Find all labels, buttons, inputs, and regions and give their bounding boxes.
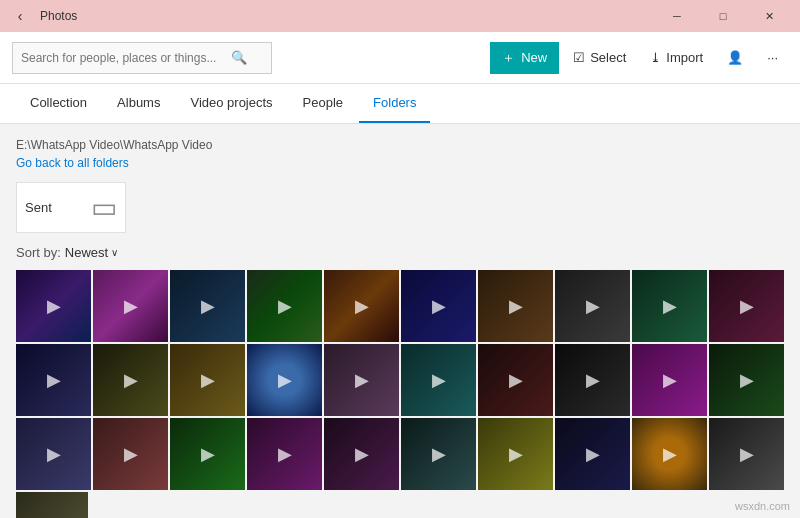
photo-thumb[interactable]: ▶ — [16, 418, 91, 490]
photo-thumb[interactable]: ▶ — [478, 418, 553, 490]
back-button[interactable]: ‹ — [8, 4, 32, 28]
new-button[interactable]: ＋ New — [490, 42, 559, 74]
photo-thumb[interactable]: ▶ — [93, 270, 168, 342]
play-icon: ▶ — [124, 369, 138, 391]
toolbar-actions: ＋ New ☑ Select ⤓ Import 👤 ··· — [490, 42, 788, 74]
photo-thumb[interactable]: ▶ — [401, 344, 476, 416]
new-icon: ＋ — [502, 49, 515, 67]
play-icon: ▶ — [432, 295, 446, 317]
content-area: E:\WhatsApp Video\WhatsApp Video Go back… — [0, 124, 800, 518]
import-icon: ⤓ — [650, 50, 661, 65]
play-icon: ▶ — [201, 295, 215, 317]
photo-thumb[interactable]: ▶ — [170, 418, 245, 490]
photo-thumb[interactable]: ▶ — [247, 344, 322, 416]
photo-thumb[interactable]: ▶ — [170, 344, 245, 416]
search-box[interactable]: 🔍 — [12, 42, 272, 74]
photo-thumb[interactable]: ▶ — [16, 492, 88, 518]
close-button[interactable]: ✕ — [746, 0, 792, 32]
tab-people-label: People — [303, 95, 343, 110]
photo-thumb[interactable]: ▶ — [324, 418, 399, 490]
play-icon: ▶ — [201, 369, 215, 391]
photo-thumb[interactable]: ▶ — [16, 344, 91, 416]
tab-folders[interactable]: Folders — [359, 83, 430, 123]
play-icon: ▶ — [586, 369, 600, 391]
photo-row: ▶ ▶ ▶ ▶ ▶ ▶ ▶ ▶ ▶ ▶ — [16, 270, 784, 342]
user-button[interactable]: 👤 — [717, 42, 753, 74]
play-icon: ▶ — [740, 295, 754, 317]
select-button[interactable]: ☑ Select — [563, 42, 636, 74]
tab-collection-label: Collection — [30, 95, 87, 110]
play-icon: ▶ — [355, 295, 369, 317]
photo-thumb[interactable]: ▶ — [555, 344, 630, 416]
photo-thumb[interactable]: ▶ — [555, 418, 630, 490]
play-icon: ▶ — [509, 369, 523, 391]
photo-thumb[interactable]: ▶ — [324, 344, 399, 416]
play-icon: ▶ — [663, 295, 677, 317]
folder-name: Sent — [25, 200, 52, 215]
app-title: Photos — [40, 9, 654, 23]
photo-thumb[interactable]: ▶ — [632, 344, 707, 416]
tab-video-projects-label: Video projects — [190, 95, 272, 110]
play-icon: ▶ — [124, 443, 138, 465]
new-label: New — [521, 50, 547, 65]
sort-value-button[interactable]: Newest ∨ — [65, 245, 118, 260]
photo-thumb[interactable]: ▶ — [632, 418, 707, 490]
photo-thumb[interactable]: ▶ — [324, 270, 399, 342]
tab-collection[interactable]: Collection — [16, 83, 101, 123]
sort-value-text: Newest — [65, 245, 108, 260]
photo-thumb[interactable]: ▶ — [555, 270, 630, 342]
photo-thumb[interactable]: ▶ — [170, 270, 245, 342]
photo-thumb[interactable]: ▶ — [93, 418, 168, 490]
maximize-button[interactable]: □ — [700, 0, 746, 32]
tab-video-projects[interactable]: Video projects — [176, 83, 286, 123]
photo-thumb[interactable]: ▶ — [401, 418, 476, 490]
import-button[interactable]: ⤓ Import — [640, 42, 713, 74]
tab-people[interactable]: People — [289, 83, 357, 123]
play-icon: ▶ — [663, 443, 677, 465]
play-icon: ▶ — [124, 295, 138, 317]
photo-thumb[interactable]: ▶ — [478, 270, 553, 342]
play-icon: ▶ — [663, 369, 677, 391]
play-icon: ▶ — [278, 295, 292, 317]
play-icon: ▶ — [586, 443, 600, 465]
photo-thumb[interactable]: ▶ — [632, 270, 707, 342]
watermark: wsxdn.com — [735, 500, 790, 512]
photo-thumb[interactable]: ▶ — [709, 418, 784, 490]
photo-thumb[interactable]: ▶ — [247, 418, 322, 490]
play-icon: ▶ — [47, 369, 61, 391]
play-icon: ▶ — [355, 369, 369, 391]
more-button[interactable]: ··· — [757, 42, 788, 74]
photo-row: ▶ ▶ ▶ ▶ ▶ ▶ ▶ ▶ ▶ ▶ — [16, 418, 784, 490]
title-bar: ‹ Photos ─ □ ✕ — [0, 0, 800, 32]
photo-thumb[interactable]: ▶ — [16, 270, 91, 342]
toolbar: 🔍 ＋ New ☑ Select ⤓ Import 👤 ··· — [0, 32, 800, 84]
play-icon: ▶ — [740, 443, 754, 465]
photo-row: ▶ — [16, 492, 784, 518]
user-icon: 👤 — [727, 50, 743, 65]
sort-bar: Sort by: Newest ∨ — [16, 245, 784, 260]
sort-arrow-icon: ∨ — [111, 247, 118, 258]
photo-thumb[interactable]: ▶ — [247, 270, 322, 342]
import-label: Import — [666, 50, 703, 65]
search-icon: 🔍 — [231, 50, 247, 65]
photo-thumb[interactable]: ▶ — [709, 270, 784, 342]
photo-thumb[interactable]: ▶ — [478, 344, 553, 416]
window-controls: ─ □ ✕ — [654, 0, 792, 32]
sort-label: Sort by: — [16, 245, 61, 260]
play-icon: ▶ — [740, 369, 754, 391]
minimize-button[interactable]: ─ — [654, 0, 700, 32]
play-icon: ▶ — [278, 443, 292, 465]
photo-thumb[interactable]: ▶ — [401, 270, 476, 342]
play-icon: ▶ — [201, 443, 215, 465]
play-icon: ▶ — [432, 369, 446, 391]
tab-albums[interactable]: Albums — [103, 83, 174, 123]
photo-thumb[interactable]: ▶ — [93, 344, 168, 416]
photo-row: ▶ ▶ ▶ ▶ ▶ ▶ ▶ ▶ ▶ ▶ — [16, 344, 784, 416]
search-input[interactable] — [21, 51, 231, 65]
play-icon: ▶ — [432, 443, 446, 465]
play-icon: ▶ — [509, 443, 523, 465]
back-to-folders-link[interactable]: Go back to all folders — [16, 156, 784, 170]
folder-item-sent[interactable]: Sent ▭ — [16, 182, 126, 233]
photo-thumb[interactable]: ▶ — [709, 344, 784, 416]
play-icon: ▶ — [47, 443, 61, 465]
